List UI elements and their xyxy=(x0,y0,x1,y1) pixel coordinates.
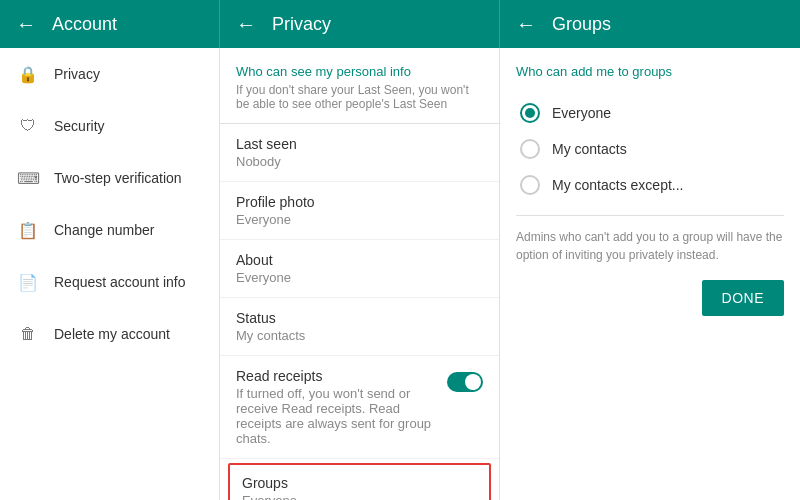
sidebar-deleteaccount-label: Delete my account xyxy=(54,326,170,342)
sidebar-item-security[interactable]: 🛡 Security xyxy=(0,100,219,152)
privacy-section-desc: If you don't share your Last Seen, you w… xyxy=(220,83,499,124)
groups-label-my-contacts: My contacts xyxy=(552,141,627,157)
groups-title-privacy: Groups xyxy=(242,475,477,491)
account-back-arrow[interactable]: ← xyxy=(16,13,36,36)
account-title: Account xyxy=(52,14,117,35)
sidebar-requestinfo-label: Request account info xyxy=(54,274,186,290)
sidebar-twostep-label: Two-step verification xyxy=(54,170,182,186)
account-sidebar: 🔒 Privacy 🛡 Security ⌨ Two-step verifica… xyxy=(0,48,220,500)
status-title: Status xyxy=(236,310,483,326)
groups-header: ← Groups xyxy=(500,0,800,48)
last-seen-value: Nobody xyxy=(236,154,483,169)
status-value: My contacts xyxy=(236,328,483,343)
trash-icon: 🗑 xyxy=(16,322,40,346)
read-receipts-toggle[interactable] xyxy=(447,372,483,392)
sidebar-item-change-number[interactable]: 📋 Change number xyxy=(0,204,219,256)
about-title: About xyxy=(236,252,483,268)
privacy-read-receipts[interactable]: Read receipts If turned off, you won't s… xyxy=(220,356,499,459)
groups-label-everyone: Everyone xyxy=(552,105,611,121)
groups-option-everyone[interactable]: Everyone xyxy=(516,95,784,131)
groups-title: Groups xyxy=(552,14,611,35)
groups-panel: Who can add me to groups Everyone My con… xyxy=(500,48,800,500)
groups-radio-my-contacts[interactable] xyxy=(520,139,540,159)
groups-value-privacy: Everyone xyxy=(242,493,477,500)
sidebar-item-delete-account[interactable]: 🗑 Delete my account xyxy=(0,308,219,360)
privacy-last-seen[interactable]: Last seen Nobody xyxy=(220,124,499,182)
privacy-panel: Who can see my personal info If you don'… xyxy=(220,48,500,500)
done-button-container: DONE xyxy=(516,280,784,316)
privacy-groups[interactable]: Groups Everyone xyxy=(228,463,491,500)
privacy-status[interactable]: Status My contacts xyxy=(220,298,499,356)
groups-option-my-contacts[interactable]: My contacts xyxy=(516,131,784,167)
groups-back-arrow[interactable]: ← xyxy=(516,13,536,36)
privacy-section-title: Who can see my personal info xyxy=(220,48,499,83)
shield-icon: 🛡 xyxy=(16,114,40,138)
sidebar-item-two-step[interactable]: ⌨ Two-step verification xyxy=(0,152,219,204)
document-icon: 📄 xyxy=(16,270,40,294)
privacy-back-arrow[interactable]: ← xyxy=(236,13,256,36)
groups-label-my-contacts-except: My contacts except... xyxy=(552,177,684,193)
privacy-header: ← Privacy xyxy=(220,0,500,48)
sidebar-changenumber-label: Change number xyxy=(54,222,154,238)
groups-option-my-contacts-except[interactable]: My contacts except... xyxy=(516,167,784,203)
privacy-about[interactable]: About Everyone xyxy=(220,240,499,298)
privacy-profile-photo[interactable]: Profile photo Everyone xyxy=(220,182,499,240)
sidebar-item-request-info[interactable]: 📄 Request account info xyxy=(0,256,219,308)
sidebar-privacy-label: Privacy xyxy=(54,66,100,82)
sidebar-security-label: Security xyxy=(54,118,105,134)
groups-radio-everyone[interactable] xyxy=(520,103,540,123)
account-header: ← Account xyxy=(0,0,220,48)
groups-radio-my-contacts-except[interactable] xyxy=(520,175,540,195)
read-receipts-title: Read receipts xyxy=(236,368,447,384)
done-button[interactable]: DONE xyxy=(702,280,784,316)
groups-description: Admins who can't add you to a group will… xyxy=(516,215,784,264)
lock-icon: 🔒 xyxy=(16,62,40,86)
last-seen-title: Last seen xyxy=(236,136,483,152)
groups-section-title: Who can add me to groups xyxy=(516,64,784,79)
profile-photo-value: Everyone xyxy=(236,212,483,227)
read-receipts-desc: If turned off, you won't send or receive… xyxy=(236,386,447,446)
profile-photo-title: Profile photo xyxy=(236,194,483,210)
privacy-title: Privacy xyxy=(272,14,331,35)
about-value: Everyone xyxy=(236,270,483,285)
keyboard-icon: ⌨ xyxy=(16,166,40,190)
clipboard-icon: 📋 xyxy=(16,218,40,242)
sidebar-item-privacy[interactable]: 🔒 Privacy xyxy=(0,48,219,100)
